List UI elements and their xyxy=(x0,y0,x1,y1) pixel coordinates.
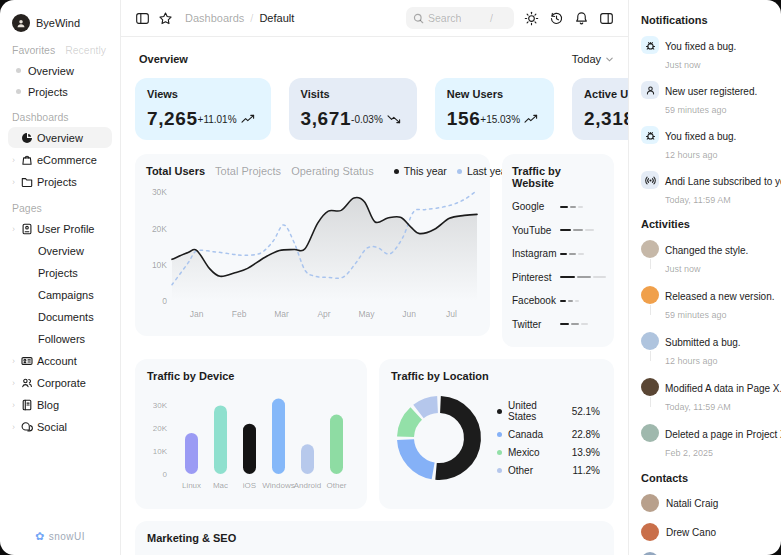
svg-text:iOS: iOS xyxy=(243,481,256,490)
traffic-by-device-title: Traffic by Device xyxy=(147,370,355,382)
sidebar-item-account[interactable]: ›Account xyxy=(8,350,112,371)
kpi-value: 3,671 xyxy=(301,108,352,130)
sidebar-item-user-profile[interactable]: ›User Profile xyxy=(8,218,112,239)
bell-icon[interactable] xyxy=(574,11,589,26)
sidebar-item-ecommerce[interactable]: ›eCommerce xyxy=(8,149,112,170)
sidebar-item-projects[interactable]: ›Projects xyxy=(8,171,112,192)
bullet-dot xyxy=(16,89,21,94)
trend-down-icon xyxy=(387,114,401,124)
contact-item[interactable]: Drew Cano xyxy=(641,523,769,541)
website-row-pinterest: Pinterest xyxy=(512,266,604,290)
sidebar-item-blog[interactable]: ›Blog xyxy=(8,394,112,415)
activity-time: 59 minutes ago xyxy=(665,310,727,320)
legend-dot xyxy=(497,450,502,455)
traffic-by-location-donut xyxy=(393,392,485,484)
website-mini-bars xyxy=(560,323,588,325)
notification-time: Just now xyxy=(665,60,701,70)
svg-text:Jun: Jun xyxy=(402,309,416,319)
activity-time: Just now xyxy=(665,264,701,274)
footer-brand-name: snowUI xyxy=(49,531,85,542)
svg-text:20K: 20K xyxy=(153,424,168,433)
kpi-card-visits[interactable]: Visits 3,671 -0.03% xyxy=(289,78,417,140)
chart-tab-operating-status[interactable]: Operating Status xyxy=(291,165,374,177)
notification-item[interactable]: You fixed a bug. 12 hours ago xyxy=(641,126,769,162)
sidebar-item-campaigns[interactable]: Campaigns xyxy=(8,284,112,305)
notification-item[interactable]: You fixed a bug. Just now xyxy=(641,36,769,72)
notification-time: 59 minutes ago xyxy=(665,105,727,115)
sidebar-item-social[interactable]: ›Social xyxy=(8,416,112,437)
theme-icon[interactable] xyxy=(524,11,539,26)
traffic-by-device-bar-chart: 010K20K30KLinuxMaciOSWindowsAndroidOther xyxy=(147,388,355,500)
sidebar-item-projects[interactable]: Projects xyxy=(8,262,112,283)
location-name: United States xyxy=(508,400,566,422)
legend-dot xyxy=(497,409,502,414)
contacts-title: Contacts xyxy=(641,470,769,494)
search-shortcut: / xyxy=(490,12,493,24)
id-badge-icon xyxy=(21,223,33,235)
sidebar-item-overview[interactable]: Overview xyxy=(8,240,112,261)
snowflake-icon: ✿ xyxy=(35,530,45,543)
notifications-list: You fixed a bug. Just now New user regis… xyxy=(641,36,769,207)
activity-item[interactable]: Released a new version. 59 minutes ago xyxy=(641,286,769,322)
notification-text: New user registered. xyxy=(665,86,757,97)
traffic-by-website-title: Traffic by Website xyxy=(512,165,604,189)
favorite-item-overview[interactable]: Overview xyxy=(8,60,112,81)
search-box[interactable]: / xyxy=(406,7,514,29)
notification-text: You fixed a bug. xyxy=(665,131,736,142)
svg-text:20K: 20K xyxy=(152,224,167,234)
chart-tab-total-projects[interactable]: Total Projects xyxy=(215,165,281,177)
total-users-chart-card: Total UsersTotal ProjectsOperating Statu… xyxy=(135,154,490,336)
search-input[interactable] xyxy=(428,12,486,24)
sidebar-tab-recently[interactable]: Recently xyxy=(65,44,106,56)
activity-item[interactable]: Deleted a page in Project X. Feb 2, 2025 xyxy=(641,424,769,460)
svg-text:Other: Other xyxy=(326,481,346,490)
brand-name: ByeWind xyxy=(36,17,80,29)
kpi-label: Views xyxy=(147,88,259,100)
broadcast-icon xyxy=(641,171,659,189)
contact-item[interactable]: Natali Craig xyxy=(641,494,769,512)
notification-text: Andi Lane subscribed to you. xyxy=(665,176,781,187)
notification-item[interactable]: Andi Lane subscribed to you. Today, 11:5… xyxy=(641,171,769,207)
sidebar-item-followers[interactable]: Followers xyxy=(8,328,112,349)
activity-item[interactable]: Changed the style. Just now xyxy=(641,240,769,276)
kpi-delta: -0.03% xyxy=(351,114,405,125)
sidebar-toggle-icon[interactable] xyxy=(135,11,150,26)
activity-item[interactable]: Modified A data in Page X. Today, 11:59 … xyxy=(641,378,769,414)
panel-right-icon[interactable] xyxy=(599,11,614,26)
kpi-value: 7,265 xyxy=(147,108,198,130)
activity-item[interactable]: Submitted a bug. 12 hours ago xyxy=(641,332,769,368)
kpi-card-active-users[interactable]: Active Users 2,318 +6.08% xyxy=(572,78,628,140)
breadcrumb-dashboards[interactable]: Dashboards xyxy=(185,12,244,24)
brand[interactable]: ByeWind xyxy=(8,12,112,38)
star-icon[interactable] xyxy=(158,11,173,26)
sidebar-item-documents[interactable]: Documents xyxy=(8,306,112,327)
sidebar-item-corporate[interactable]: ›Corporate xyxy=(8,372,112,393)
history-icon[interactable] xyxy=(549,11,564,26)
svg-text:Android: Android xyxy=(294,481,322,490)
date-range-dropdown[interactable]: Today xyxy=(572,53,614,65)
chart-tab-total-users[interactable]: Total Users xyxy=(146,165,205,177)
id-card-icon xyxy=(21,355,33,367)
kpi-card-new-users[interactable]: New Users 156 +15.03% xyxy=(435,78,554,140)
favorite-item-projects[interactable]: Projects xyxy=(8,81,112,102)
chevron-right-icon: › xyxy=(12,356,21,366)
traffic-by-website-card: Traffic by Website Google YouTube Instag… xyxy=(502,154,614,347)
legend-this-year[interactable]: This year xyxy=(394,165,447,177)
kpi-card-views[interactable]: Views 7,265 +11.01% xyxy=(135,78,271,140)
avatar xyxy=(641,494,659,512)
sidebar: ByeWind FavoritesRecently OverviewProjec… xyxy=(0,0,121,555)
kpi-row: Views 7,265 +11.01% Visits 3,671 -0.03% … xyxy=(135,78,614,140)
website-mini-bars xyxy=(560,300,579,302)
notification-item[interactable]: New user registered. 59 minutes ago xyxy=(641,81,769,117)
total-users-line-chart: 30K20K10K0JanFebMarAprMayJunJul xyxy=(146,179,479,327)
location-name: Other xyxy=(508,465,533,476)
svg-text:10K: 10K xyxy=(153,447,168,456)
avatar xyxy=(641,523,659,541)
notification-text: You fixed a bug. xyxy=(665,41,736,52)
sidebar-tab-favorites[interactable]: Favorites xyxy=(12,44,55,56)
search-icon xyxy=(413,13,424,24)
sidebar-item-overview[interactable]: Overview xyxy=(8,127,112,148)
kpi-delta: +15.03% xyxy=(480,114,542,125)
website-mini-bars xyxy=(560,276,606,278)
trend-up-icon xyxy=(241,114,255,124)
